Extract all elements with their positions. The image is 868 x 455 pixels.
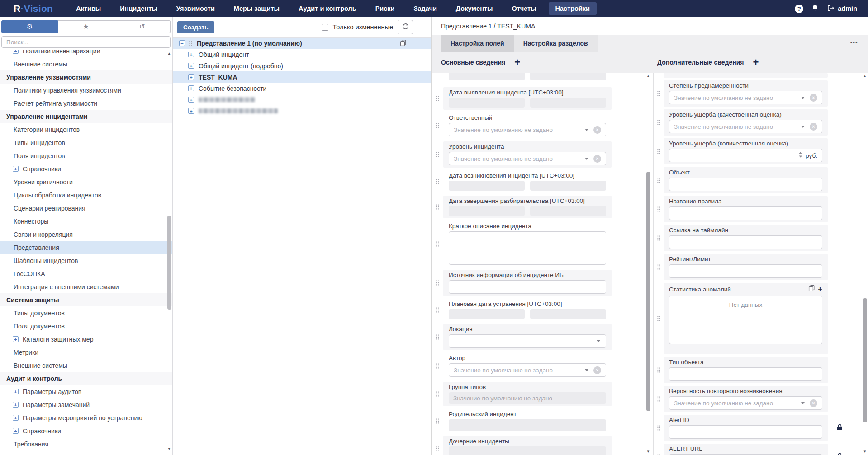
sidebar-item-31[interactable]: Контрольные проверки bbox=[0, 450, 172, 455]
text-input[interactable] bbox=[669, 178, 822, 191]
sidebar-scrollbar-thumb[interactable] bbox=[167, 216, 171, 310]
expand-plus-icon[interactable]: + bbox=[13, 389, 19, 394]
text-input[interactable] bbox=[669, 235, 822, 249]
nav-item-2[interactable]: Уязвимости bbox=[170, 2, 222, 15]
field-drag-handle-icon[interactable] bbox=[654, 167, 664, 193]
drag-handle-icon[interactable] bbox=[189, 41, 192, 46]
help-icon[interactable]: ? bbox=[795, 5, 803, 13]
column-scroll-down-icon[interactable]: ▼ bbox=[863, 450, 867, 454]
time-input[interactable] bbox=[530, 181, 606, 191]
expand-plus-icon[interactable]: + bbox=[13, 50, 19, 54]
tab-1[interactable]: Настройка разделов bbox=[514, 35, 598, 52]
clear-value-icon[interactable]: × bbox=[810, 94, 817, 102]
sidebar-item-28[interactable]: +Параметры мероприятий по устранению bbox=[0, 411, 172, 424]
sidebar-item-3[interactable]: Политики управления уязвимостями bbox=[0, 84, 172, 97]
copy-icon[interactable] bbox=[808, 285, 815, 294]
field-drag-handle-icon[interactable] bbox=[654, 415, 664, 441]
field-drag-handle-icon[interactable] bbox=[432, 436, 443, 455]
sidebar-section-2[interactable]: Управление уязвимостями bbox=[0, 70, 172, 84]
search-input[interactable] bbox=[6, 39, 166, 46]
sidebar-item-10[interactable]: Уровни критичности bbox=[0, 175, 172, 188]
sidebar-section-5[interactable]: Управление инцидентами bbox=[0, 110, 172, 123]
field-drag-handle-icon[interactable] bbox=[432, 141, 443, 168]
notifications-bell-icon[interactable] bbox=[811, 4, 819, 14]
number-spinner-icon[interactable] bbox=[798, 151, 802, 159]
field-drag-handle-icon[interactable] bbox=[432, 170, 443, 193]
field-drag-handle-icon[interactable] bbox=[654, 109, 664, 136]
text-input[interactable] bbox=[669, 206, 822, 220]
expand-plus-icon[interactable]: + bbox=[13, 415, 19, 421]
nav-item-0[interactable]: Активы bbox=[69, 2, 108, 15]
field-drag-handle-icon[interactable] bbox=[432, 196, 443, 218]
time-input[interactable] bbox=[530, 98, 606, 108]
sidebar-scroll-down-icon[interactable]: ▼ bbox=[167, 447, 171, 451]
nav-item-7[interactable]: Документы bbox=[449, 2, 500, 15]
field-drag-handle-icon[interactable] bbox=[654, 138, 664, 164]
sidebar-item-23[interactable]: Метрики bbox=[0, 346, 172, 359]
tree-item-redacted-5[interactable]: + bbox=[173, 94, 431, 105]
sidebar-item-11[interactable]: Циклы обработки инцидентов bbox=[0, 188, 172, 202]
expand-plus-icon[interactable]: + bbox=[13, 336, 19, 342]
sidebar-item-6[interactable]: Категории инцидентов bbox=[0, 123, 172, 136]
default-value-select[interactable]: Значение по умолчанию не задано× bbox=[669, 120, 822, 133]
expand-icon[interactable]: + bbox=[188, 108, 194, 114]
sidebar-tab-history[interactable]: ↺ bbox=[114, 20, 171, 33]
sidebar-section-19[interactable]: Система защиты bbox=[0, 293, 172, 306]
sidebar-section-25[interactable]: Аудит и контроль bbox=[0, 372, 172, 385]
field-drag-handle-icon[interactable] bbox=[432, 382, 443, 406]
expand-plus-icon[interactable]: + bbox=[13, 402, 19, 408]
field-drag-handle-icon[interactable] bbox=[654, 254, 664, 280]
sidebar-item-1[interactable]: Внешние системы bbox=[0, 57, 172, 70]
clear-value-icon[interactable]: × bbox=[810, 123, 817, 131]
field-drag-handle-icon[interactable] bbox=[432, 87, 443, 110]
nav-item-5[interactable]: Риски bbox=[369, 2, 402, 15]
sidebar-item-0[interactable]: +Политики инвентаризации bbox=[0, 50, 172, 57]
nav-item-6[interactable]: Задачи bbox=[407, 2, 443, 15]
tree-item-2[interactable]: +Общий инцидент (подробно) bbox=[173, 60, 431, 71]
tree-item-0[interactable]: −Представление 1 (по умолчанию) bbox=[173, 38, 431, 49]
expand-icon[interactable]: + bbox=[188, 52, 194, 57]
sidebar-item-17[interactable]: ГосСОПКА bbox=[0, 267, 172, 280]
sidebar-item-14[interactable]: Связи и корреляция bbox=[0, 228, 172, 241]
tree-item-1[interactable]: +Общий инцидент bbox=[173, 49, 431, 60]
sidebar-item-9[interactable]: +Справочники bbox=[0, 162, 172, 175]
default-value-select[interactable]: Значение по умолчанию не задано× bbox=[449, 123, 606, 136]
user-menu[interactable]: admin bbox=[827, 5, 857, 13]
expand-icon[interactable]: + bbox=[188, 63, 194, 69]
copy-icon[interactable] bbox=[400, 39, 407, 48]
sidebar-item-21[interactable]: Поля документов bbox=[0, 319, 172, 333]
sidebar-item-4[interactable]: Расчет рейтинга уязвимости bbox=[0, 97, 172, 110]
create-button[interactable]: Создать bbox=[177, 21, 214, 33]
tree-item-4[interactable]: +Событие безопасности bbox=[173, 83, 431, 94]
only-changed-checkbox[interactable] bbox=[322, 24, 328, 31]
sidebar-item-20[interactable]: Типы документов bbox=[0, 306, 172, 319]
sidebar-item-30[interactable]: Требования bbox=[0, 437, 172, 450]
add-field-icon[interactable]: + bbox=[514, 58, 520, 67]
field-drag-handle-icon[interactable] bbox=[654, 386, 664, 412]
sidebar-scroll-up-icon[interactable]: ▲ bbox=[167, 52, 171, 56]
default-value-select[interactable]: Значение по умолчанию не задано× bbox=[449, 152, 606, 165]
sidebar-item-26[interactable]: +Параметры аудитов bbox=[0, 385, 172, 398]
text-input[interactable] bbox=[449, 280, 606, 294]
expand-plus-icon[interactable]: + bbox=[13, 166, 19, 172]
sidebar-item-27[interactable]: +Параметры замечаний bbox=[0, 398, 172, 411]
nav-item-4[interactable]: Аудит и контроль bbox=[292, 2, 363, 15]
add-entry-icon[interactable]: + bbox=[818, 286, 822, 292]
textarea-input[interactable] bbox=[449, 231, 606, 265]
number-input[interactable]: руб. bbox=[669, 149, 822, 162]
column-scroll-down-icon[interactable]: ▼ bbox=[646, 450, 650, 454]
sidebar-item-16[interactable]: Шаблоны инцидентов bbox=[0, 254, 172, 267]
sidebar-tab-star[interactable]: ★ bbox=[58, 20, 114, 33]
collapse-icon[interactable]: − bbox=[179, 40, 185, 46]
nav-item-1[interactable]: Инциденты bbox=[113, 2, 164, 15]
clear-value-icon[interactable]: × bbox=[593, 155, 601, 163]
expand-icon[interactable]: + bbox=[188, 97, 194, 103]
tab-0[interactable]: Настройка полей bbox=[441, 35, 514, 52]
clear-value-icon[interactable]: × bbox=[593, 366, 601, 374]
field-drag-handle-icon[interactable] bbox=[654, 80, 664, 107]
sidebar-item-13[interactable]: Коннекторы bbox=[0, 215, 172, 228]
clear-value-icon[interactable]: × bbox=[593, 126, 601, 134]
expand-plus-icon[interactable]: + bbox=[13, 428, 19, 434]
sidebar-item-24[interactable]: Внешние системы bbox=[0, 359, 172, 372]
expand-icon[interactable]: + bbox=[188, 74, 194, 80]
